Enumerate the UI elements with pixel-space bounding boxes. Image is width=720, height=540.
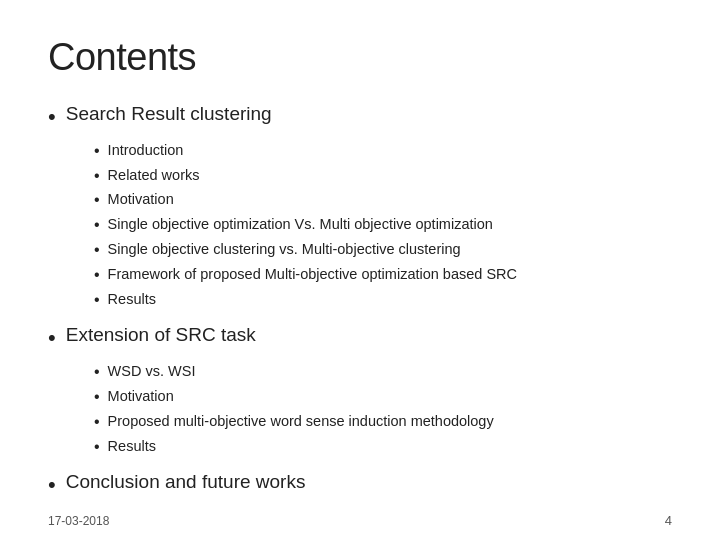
list-item: • Single objective clustering vs. Multi-… [94,238,672,263]
sub-dot: • [94,435,100,460]
list-item: • Motivation [94,385,672,410]
list-item: • Introduction [94,139,672,164]
main-bullet-src: • Search Result clustering [48,101,672,133]
slide: Contents • Search Result clustering • In… [0,0,720,540]
main-bullet-ext-label: Extension of SRC task [66,322,256,349]
sub-item-label: Single objective optimization Vs. Multi … [108,213,493,235]
sub-item-label: Single objective clustering vs. Multi-ob… [108,238,461,260]
sub-item-label: Related works [108,164,200,186]
list-item: • Single objective optimization Vs. Mult… [94,213,672,238]
bullet-dot-conclusion: • [48,470,56,501]
sub-dot: • [94,263,100,288]
sub-dot: • [94,188,100,213]
list-item: • Motivation [94,188,672,213]
sub-dot: • [94,360,100,385]
slide-title: Contents [48,36,672,79]
sub-bullets-ext: • WSD vs. WSI • Motivation • Proposed mu… [94,360,672,459]
footer-page: 4 [665,513,672,528]
main-bullet-src-label: Search Result clustering [66,101,272,128]
list-item: • Related works [94,164,672,189]
sub-item-label: Results [108,288,156,310]
sub-item-label: Motivation [108,188,174,210]
sub-dot: • [94,238,100,263]
sub-item-label: WSD vs. WSI [108,360,196,382]
sub-dot: • [94,213,100,238]
main-bullet-conclusion-label: Conclusion and future works [66,469,306,496]
sub-dot: • [94,385,100,410]
list-item: • Results [94,288,672,313]
list-item: • Proposed multi-objective word sense in… [94,410,672,435]
list-item: • WSD vs. WSI [94,360,672,385]
sub-bullets-src: • Introduction • Related works • Motivat… [94,139,672,313]
sub-dot: • [94,139,100,164]
footer-date: 17-03-2018 [48,514,109,528]
sub-item-label: Proposed multi-objective word sense indu… [108,410,494,432]
sub-dot: • [94,288,100,313]
bullet-dot-ext: • [48,323,56,354]
sub-item-label: Introduction [108,139,184,161]
list-item: • Framework of proposed Multi-objective … [94,263,672,288]
sub-item-label: Motivation [108,385,174,407]
list-item: • Results [94,435,672,460]
sub-dot: • [94,164,100,189]
content-area: Contents • Search Result clustering • In… [48,36,672,505]
main-bullet-conclusion: • Conclusion and future works [48,469,672,501]
main-bullet-ext: • Extension of SRC task [48,322,672,354]
slide-footer: 17-03-2018 4 [48,513,672,528]
sub-item-label: Framework of proposed Multi-objective op… [108,263,517,285]
sub-dot: • [94,410,100,435]
bullet-dot-src: • [48,102,56,133]
sub-item-label: Results [108,435,156,457]
